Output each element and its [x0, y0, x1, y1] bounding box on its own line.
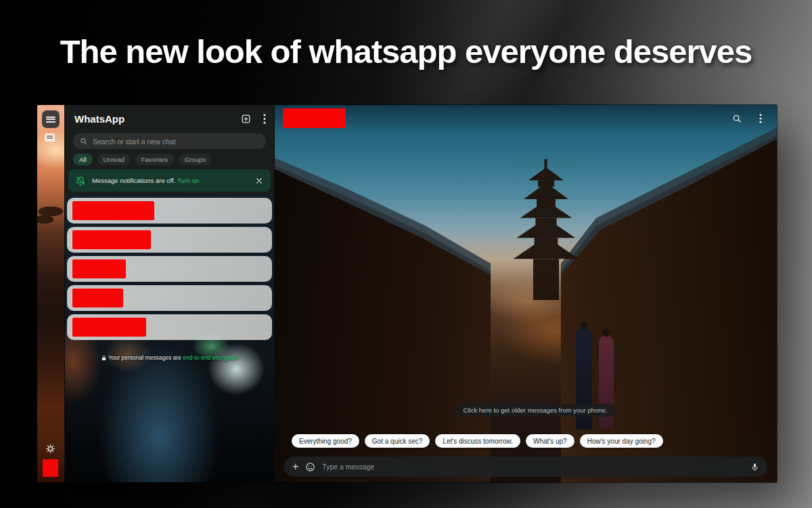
chat-list-item[interactable]	[67, 256, 272, 282]
encryption-note: Your personal messages are end-to-end en…	[65, 354, 274, 361]
notification-message: Message notifications are off. Turn on	[92, 177, 199, 184]
new-chat-icon[interactable]	[240, 112, 252, 125]
settings-gear-icon[interactable]	[45, 444, 55, 457]
chat-filter-row: All Unread Favorites Groups	[73, 154, 212, 165]
conversation-search-icon[interactable]	[731, 112, 743, 125]
quick-reply[interactable]: Everything good?	[292, 434, 359, 448]
profile-avatar-redacted[interactable]	[43, 459, 58, 477]
chat-name-redaction	[72, 289, 123, 308]
filter-unread[interactable]: Unread	[97, 154, 131, 165]
quick-reply[interactable]: Got a quick sec?	[365, 434, 430, 448]
chat-search-input[interactable]	[93, 137, 259, 146]
panel-menu-dots-icon[interactable]	[262, 112, 267, 125]
chat-list-item[interactable]	[67, 227, 272, 253]
savanna-tree-silhouette	[37, 203, 64, 244]
filter-all[interactable]: All	[73, 154, 93, 165]
chat-name-redaction	[72, 230, 151, 249]
quick-replies-row: Everything good? Got a quick sec? Let's …	[292, 434, 663, 448]
chat-name-redaction	[72, 201, 154, 220]
chat-list-item[interactable]	[67, 285, 272, 311]
app-title: WhatsApp	[74, 113, 125, 125]
emoji-icon[interactable]	[305, 462, 315, 472]
whatsapp-window: WhatsApp	[37, 105, 777, 482]
message-composer[interactable]: +	[284, 457, 767, 477]
chat-list-item[interactable]	[67, 198, 272, 224]
bell-muted-icon	[75, 175, 86, 186]
promo-stage: The new look of whatsapp everyone deserv…	[0, 0, 812, 508]
chat-list-item[interactable]	[67, 314, 272, 340]
conversation-menu-dots-icon[interactable]	[758, 112, 763, 125]
chat-panel-header: WhatsApp	[65, 105, 274, 195]
older-messages-banner[interactable]: Click here to get older messages from yo…	[456, 404, 615, 417]
quick-reply[interactable]: Let's discuss tomorrow.	[435, 434, 520, 448]
menu-icon[interactable]	[42, 110, 60, 128]
search-icon	[80, 137, 87, 145]
quick-reply[interactable]: How's your day going?	[580, 434, 663, 448]
chat-search-bar[interactable]	[73, 133, 266, 149]
turn-on-link[interactable]: Turn on	[177, 177, 199, 184]
contact-name-redaction[interactable]	[283, 108, 346, 128]
page-title: The new look of whatsapp everyone deserv…	[0, 33, 812, 70]
mic-icon[interactable]	[750, 462, 759, 472]
nav-rail	[37, 105, 64, 482]
close-icon[interactable]	[254, 176, 264, 186]
conversation-header	[275, 105, 777, 132]
chat-name-redaction	[72, 259, 126, 278]
chat-list-panel: WhatsApp	[64, 105, 274, 482]
filter-groups[interactable]: Groups	[179, 154, 212, 165]
encryption-highlight: end-to-end encrypted	[183, 354, 238, 361]
chats-icon[interactable]	[45, 133, 55, 142]
chat-list	[67, 198, 272, 343]
pagoda-silhouette	[511, 158, 581, 301]
conversation-panel: Click here to get older messages from yo…	[274, 105, 777, 482]
quick-reply[interactable]: What's up?	[526, 434, 574, 448]
lock-icon	[102, 355, 106, 361]
notifications-off-banner[interactable]: Message notifications are off. Turn on	[68, 169, 271, 192]
filter-favorites[interactable]: Favorites	[135, 154, 174, 165]
attach-plus-icon[interactable]: +	[292, 461, 298, 472]
chat-name-redaction	[72, 318, 146, 337]
message-input[interactable]	[322, 463, 744, 471]
